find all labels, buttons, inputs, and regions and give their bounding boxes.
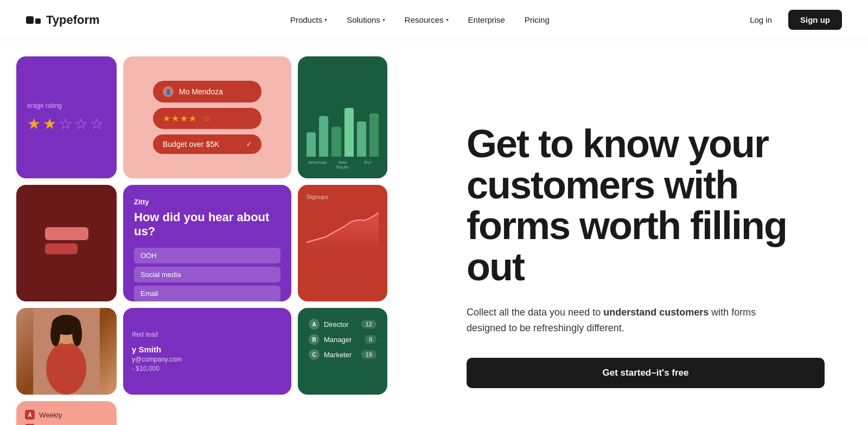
option-count-12: 12 xyxy=(361,320,376,329)
survey-question: How did you hear about us? xyxy=(134,210,280,239)
nav-item-products[interactable]: Products ▾ xyxy=(283,11,335,29)
subtitle-plain: Collect all the data you need to xyxy=(467,307,603,318)
bar-6 xyxy=(369,113,379,157)
signups-label: Signups xyxy=(307,194,379,200)
cta-button[interactable]: Get started–it's free xyxy=(467,358,825,388)
freq-letter-a: A xyxy=(25,410,35,420)
bar-4 xyxy=(344,108,354,157)
hero-section: Get to know your customers with forms wo… xyxy=(412,40,868,425)
lead-name: y Smith xyxy=(132,345,283,354)
option-count-8: 8 xyxy=(365,335,376,344)
signup-button[interactable]: Sign up xyxy=(788,10,842,30)
bar-5 xyxy=(357,121,366,157)
photo-placeholder xyxy=(16,308,117,395)
option-letter-b: B xyxy=(309,334,320,345)
brand-name: Zitty xyxy=(134,198,280,206)
nav-item-resources[interactable]: Resources ▾ xyxy=(397,11,456,29)
mini-chart xyxy=(307,204,379,248)
login-button[interactable]: Log in xyxy=(740,11,782,29)
nav-item-pricing[interactable]: Pricing xyxy=(517,11,557,29)
logo-icon xyxy=(26,16,41,24)
star-empty: ☆ xyxy=(203,113,210,124)
nav-actions: Log in Sign up xyxy=(740,10,842,30)
rating-label: erage rating xyxy=(27,102,106,110)
lead-email: y@company.com xyxy=(132,356,283,363)
chart-label-eur: Eur xyxy=(357,160,379,170)
option-count-19: 19 xyxy=(361,350,376,359)
survey-option-3: Email xyxy=(134,286,280,301)
chart-label-americas: Americas xyxy=(307,160,328,170)
bar-3 xyxy=(331,127,341,157)
bar-2 xyxy=(319,116,328,157)
icon-rect-bottom xyxy=(45,243,78,254)
bar-1 xyxy=(307,132,316,157)
nav-item-enterprise[interactable]: Enterprise xyxy=(461,11,513,29)
card-rating: erage rating ★ ★ ☆ ☆ ☆ xyxy=(16,56,117,178)
main-content: erage rating ★ ★ ☆ ☆ ☆ 👤 Mo Mendoza ★★★★… xyxy=(0,40,868,425)
card-form-pills: 👤 Mo Mendoza ★★★★ ☆ Budget over $5K ✓ xyxy=(123,56,291,178)
form-pill-name: 👤 Mo Mendoza xyxy=(153,81,261,102)
option-letter-a: A xyxy=(309,319,320,330)
chart-label-apac: Asia Pacific xyxy=(331,160,353,170)
card-lead: ified lead y Smith y@company.com - $10,0… xyxy=(123,308,291,395)
pill-budget-text: Budget over $5K xyxy=(163,140,219,149)
chart-labels: Americas Asia Pacific Eur xyxy=(307,160,379,170)
pill-name-text: Mo Mendoza xyxy=(179,87,223,96)
person-illustration xyxy=(16,308,117,395)
form-icon xyxy=(40,227,94,260)
hero-title: Get to know your customers with forms wo… xyxy=(467,124,825,287)
card-chart: Americas Asia Pacific Eur xyxy=(298,56,387,178)
survey-option-2: Social media xyxy=(134,267,280,282)
svg-point-3 xyxy=(46,342,86,395)
logo-text: Typeform xyxy=(46,13,100,27)
option-letter-c: C xyxy=(309,349,320,360)
chevron-down-icon: ▾ xyxy=(446,17,449,23)
card-photo xyxy=(16,308,117,395)
pill-stars: ★★★★ xyxy=(163,113,197,124)
star-3: ☆ xyxy=(59,115,72,133)
card-survey: Zitty How did you hear about us? OOH Soc… xyxy=(123,185,291,301)
nav-links: Products ▾ Solutions ▾ Resources ▾ Enter… xyxy=(283,11,557,29)
logo[interactable]: Typeform xyxy=(26,13,100,27)
form-pill-stars: ★★★★ ☆ xyxy=(153,108,261,129)
svg-point-7 xyxy=(72,322,82,346)
card-icon xyxy=(16,185,117,301)
check-icon: ✓ xyxy=(246,140,252,148)
option-row-3: C Marketer 19 xyxy=(309,349,376,360)
star-5: ☆ xyxy=(90,115,104,133)
chart-bars xyxy=(307,102,379,157)
hero-grid: erage rating ★ ★ ☆ ☆ ☆ 👤 Mo Mendoza ★★★★… xyxy=(0,40,412,425)
survey-option-1: OOH xyxy=(134,248,280,263)
signups-chart-svg xyxy=(307,204,379,248)
person-icon: 👤 xyxy=(163,86,174,97)
icon-rect-top xyxy=(45,227,88,240)
subtitle-bold: understand customers xyxy=(603,307,709,318)
card-signups: Signups xyxy=(298,185,387,301)
option-text-marketer: Marketer xyxy=(324,351,357,359)
form-pill-budget: Budget over $5K ✓ xyxy=(153,134,261,154)
freq-row-1: A Weekly xyxy=(25,410,108,420)
lead-label: ified lead xyxy=(132,331,283,338)
chevron-down-icon: ▾ xyxy=(382,17,385,23)
option-row-2: B Manager 8 xyxy=(309,334,376,345)
star-1: ★ xyxy=(27,115,41,133)
star-4: ☆ xyxy=(74,115,88,133)
option-row-1: A Director 12 xyxy=(309,319,376,330)
lead-amount: - $10,000 xyxy=(132,365,283,372)
star-2: ★ xyxy=(43,115,56,133)
hero-subtitle: Collect all the data you need to underst… xyxy=(467,305,781,336)
navbar: Typeform Products ▾ Solutions ▾ Resource… xyxy=(0,0,868,40)
stars-row: ★ ★ ☆ ☆ ☆ xyxy=(27,115,106,133)
card-frequency: A Weekly B Monthly C Yearly xyxy=(16,401,117,425)
card-options: A Director 12 B Manager 8 C Marketer 19 xyxy=(298,308,387,395)
option-text-director: Director xyxy=(324,320,357,329)
option-text-manager: Manager xyxy=(324,336,360,344)
svg-point-6 xyxy=(50,322,60,346)
freq-label-weekly: Weekly xyxy=(39,411,62,419)
nav-item-solutions[interactable]: Solutions ▾ xyxy=(339,11,393,29)
chevron-down-icon: ▾ xyxy=(324,17,327,23)
